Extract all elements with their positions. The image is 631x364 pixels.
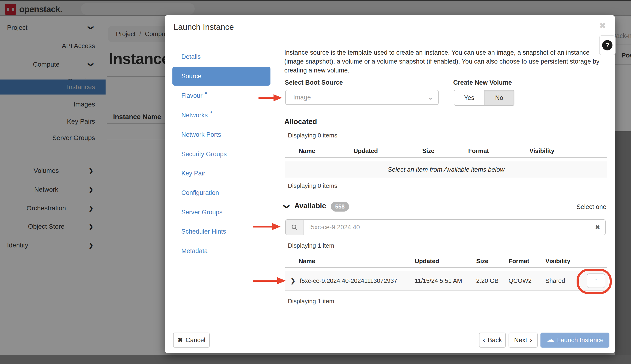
available-col-updated: Updated <box>415 258 439 265</box>
allocated-col-name: Name <box>298 147 315 154</box>
screen: openstack. Project ❯ API Access Compute … <box>0 0 631 364</box>
search-input[interactable]: f5xc-ce-9.2024.40 <box>304 224 595 231</box>
row-expand-chevron-icon[interactable]: ❯ <box>290 277 296 284</box>
tab-metadata[interactable]: Metadata <box>172 242 270 260</box>
available-col-visibility: Visibility <box>546 258 570 265</box>
available-heading: Available <box>294 202 326 210</box>
required-asterisk: * <box>205 90 207 98</box>
allocated-col-updated: Updated <box>354 147 378 154</box>
table-divider <box>285 267 607 268</box>
boot-source-label: Select Boot Source <box>285 79 343 86</box>
annotation-arrow-image-row <box>253 277 286 284</box>
allocated-heading: Allocated <box>284 118 317 126</box>
available-count-bottom: Displaying 1 item <box>288 298 334 305</box>
row-visibility: Shared <box>546 277 565 284</box>
available-col-format: Format <box>508 258 529 265</box>
table-divider <box>285 157 607 158</box>
create-new-volume-label: Create New Volume <box>453 79 512 86</box>
available-count-badge: 558 <box>331 202 349 212</box>
tab-key-pair[interactable]: Key Pair <box>172 164 270 183</box>
clear-search-icon[interactable]: ✖ <box>595 224 605 231</box>
select-caret-icon: ⌄ <box>428 94 433 101</box>
allocated-col-format: Format <box>468 147 489 154</box>
allocated-count-top: Displaying 0 items <box>288 132 337 139</box>
tab-configuration[interactable]: Configuration <box>172 184 270 202</box>
available-search: f5xc-ce-9.2024.40 ✖ <box>285 219 606 235</box>
allocated-col-visibility: Visibility <box>530 147 554 154</box>
available-count-top: Displaying 1 item <box>288 242 334 249</box>
launch-instance-modal: Launch Instance ✖ ? Details Source Flavo… <box>165 15 615 353</box>
launch-instance-button[interactable]: ☁ ↑ Launch Instance <box>540 332 610 348</box>
create-new-volume-toggle: Yes No <box>454 90 514 106</box>
table-row[interactable]: ❯ f5xc-ce-9.2024.40-20241113072937 11/15… <box>285 271 608 291</box>
help-icon: ? <box>602 40 612 50</box>
annotation-arrow-boot-source <box>258 94 282 101</box>
available-col-size: Size <box>476 258 488 265</box>
tab-security-groups[interactable]: Security Groups <box>172 145 270 164</box>
tab-network-ports[interactable]: Network Ports <box>172 125 270 144</box>
close-icon[interactable]: ✖ <box>599 21 606 30</box>
back-button[interactable]: ‹ Back <box>479 332 506 348</box>
source-description: Instance source is the template used to … <box>284 48 599 75</box>
collapse-chevron-icon[interactable]: ❯ <box>283 204 290 209</box>
annotation-circle-allocate-button <box>576 269 612 294</box>
tab-networks[interactable]: Networks * <box>172 106 270 124</box>
required-asterisk: * <box>210 110 212 117</box>
tab-details[interactable]: Details <box>172 48 270 66</box>
allocated-col-size: Size <box>422 147 434 154</box>
annotation-arrow-search <box>253 223 280 230</box>
search-icon <box>286 220 304 235</box>
row-name: f5xc-ce-9.2024.40-20241113072937 <box>300 277 397 284</box>
available-col-name: Name <box>298 258 315 265</box>
tab-server-groups[interactable]: Server Groups <box>172 203 270 222</box>
select-one-hint: Select one <box>569 203 606 210</box>
cloud-upload-icon: ☁ ↑ <box>546 336 554 343</box>
allocated-empty-row: Select an item from Available items belo… <box>285 161 607 178</box>
row-size: 2.20 GB <box>476 277 498 284</box>
row-format: QCOW2 <box>508 277 532 284</box>
help-button[interactable]: ? <box>599 36 616 55</box>
allocated-count-bottom: Displaying 0 items <box>288 182 337 190</box>
next-arrow-icon: › <box>530 336 532 344</box>
modal-header-divider <box>165 39 615 39</box>
back-arrow-icon: ‹ <box>483 336 485 344</box>
row-updated: 11/15/24 5:51 AM <box>415 277 462 284</box>
x-icon: ✖ <box>178 336 183 344</box>
volume-yes-button[interactable]: Yes <box>454 90 484 105</box>
volume-no-button[interactable]: No <box>484 90 514 105</box>
next-button[interactable]: Next › <box>508 332 538 348</box>
tab-flavour[interactable]: Flavour * <box>172 86 270 105</box>
modal-title: Launch Instance <box>174 22 234 32</box>
tab-source[interactable]: Source <box>172 67 270 86</box>
boot-source-select[interactable]: Image ⌄ <box>285 90 439 105</box>
cancel-button[interactable]: ✖ Cancel <box>173 332 210 348</box>
